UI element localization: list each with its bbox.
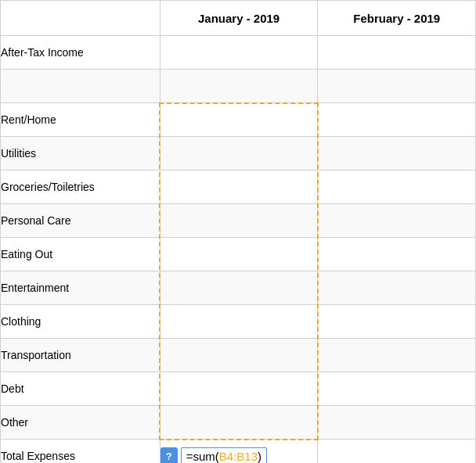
jan-cell[interactable] (160, 36, 318, 70)
table-row: Entertainment (1, 271, 476, 305)
feb-cell-eating-out[interactable] (318, 238, 476, 271)
feb-cell-total[interactable] (318, 440, 476, 464)
row-label: After-Tax Income (1, 36, 160, 70)
feb-cell-entertainment[interactable] (318, 271, 476, 305)
table-row: Eating Out (1, 238, 476, 271)
formula-prefix: =sum( (186, 450, 219, 463)
table-row: Debt (1, 372, 476, 406)
jan-cell-personal-care[interactable] (160, 204, 318, 238)
row-label-transportation: Transportation (1, 339, 160, 372)
table-row: After-Tax Income (1, 36, 476, 70)
table-row: Clothing (1, 305, 476, 339)
row-label-personal-care: Personal Care (1, 204, 160, 238)
header-jan[interactable]: January - 2019 (160, 1, 318, 36)
budget-table: January - 2019 February - 2019 After-Tax… (0, 0, 476, 463)
formula-container[interactable]: ? =sum(B4:B13) (160, 440, 318, 463)
jan-cell-debt[interactable] (160, 372, 318, 406)
jan-cell-rent[interactable] (160, 103, 318, 137)
feb-cell[interactable] (318, 36, 476, 70)
row-label (1, 70, 160, 103)
jan-cell-entertainment[interactable] (160, 271, 318, 305)
total-expenses-row: Total Expenses ? =sum(B4:B13) (1, 440, 476, 464)
table-row: Transportation (1, 339, 476, 372)
feb-cell-rent[interactable] (318, 103, 476, 137)
row-label-entertainment: Entertainment (1, 271, 160, 305)
jan-cell-transportation[interactable] (160, 339, 318, 372)
header-label-cell (1, 1, 160, 36)
header-row: January - 2019 February - 2019 (1, 1, 476, 36)
header-feb[interactable]: February - 2019 (318, 1, 476, 36)
row-label-total: Total Expenses (1, 440, 160, 464)
row-label-clothing: Clothing (1, 305, 160, 339)
row-label-groceries: Groceries/Toiletries (1, 170, 160, 204)
table-row: Groceries/Toiletries (1, 170, 476, 204)
table-row: Rent/Home (1, 103, 476, 137)
table-row (1, 70, 476, 103)
jan-cell-other[interactable] (160, 406, 318, 440)
table-row: Utilities (1, 137, 476, 170)
jan-cell[interactable] (160, 70, 318, 103)
row-label-debt: Debt (1, 372, 160, 406)
formula-range: B4:B13 (219, 450, 258, 463)
feb-cell-transportation[interactable] (318, 339, 476, 372)
help-badge[interactable]: ? (160, 447, 178, 463)
table-row: Other (1, 406, 476, 440)
row-label-eating-out: Eating Out (1, 238, 160, 271)
jan-cell-clothing[interactable] (160, 305, 318, 339)
feb-cell-personal-care[interactable] (318, 204, 476, 238)
jan-cell-total[interactable]: ? =sum(B4:B13) (160, 440, 318, 464)
feb-cell-utilities[interactable] (318, 137, 476, 170)
feb-cell-debt[interactable] (318, 372, 476, 406)
jan-cell-groceries[interactable] (160, 170, 318, 204)
feb-cell-clothing[interactable] (318, 305, 476, 339)
row-label-rent: Rent/Home (1, 103, 160, 137)
feb-cell[interactable] (318, 70, 476, 103)
feb-cell-groceries[interactable] (318, 170, 476, 204)
row-label-other: Other (1, 406, 160, 440)
jan-cell-eating-out[interactable] (160, 238, 318, 271)
formula-suffix: ) (258, 450, 261, 463)
formula-box[interactable]: =sum(B4:B13) (181, 447, 267, 464)
feb-cell-other[interactable] (318, 406, 476, 440)
row-label-utilities: Utilities (1, 137, 160, 170)
table-row: Personal Care (1, 204, 476, 238)
spreadsheet-container: January - 2019 February - 2019 After-Tax… (0, 0, 476, 463)
jan-cell-utilities[interactable] (160, 137, 318, 170)
